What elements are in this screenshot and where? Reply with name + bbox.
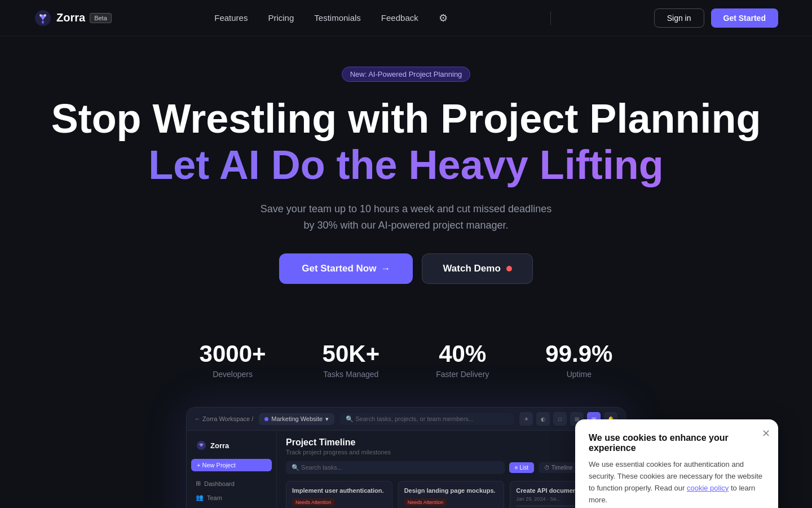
app-main-toolbar: 🔍 Search tasks... ≡ List ⏱ Timeline ⚡ Ga…	[286, 461, 616, 474]
dashboard-icon: ⊞	[196, 480, 201, 487]
sidebar-item-team[interactable]: 👥 Team	[191, 491, 272, 504]
stat-label-uptime: Uptime	[545, 370, 612, 379]
task-list: Implement user authentication. Needs Att…	[286, 481, 616, 508]
signin-button[interactable]: Sign in	[654, 8, 704, 28]
stats-section: 3000+ Developers 50K+ Tasks Managed 40% …	[0, 340, 812, 379]
app-body: Zorra + New Project ⊞ Dashboard 👥 Team 📄…	[187, 431, 625, 508]
sun-icon[interactable]: ☀	[519, 412, 533, 426]
watch-demo-button[interactable]: Watch Demo	[422, 253, 532, 284]
app-main-title: Project Timeline	[286, 437, 616, 448]
stat-uptime: 99.9% Uptime	[545, 340, 612, 379]
app-main-content: Project Timeline Track project progress …	[277, 431, 625, 508]
getstarted-nav-button[interactable]: Get Started	[711, 8, 778, 28]
beta-badge: Beta	[90, 13, 112, 23]
nav-feedback[interactable]: Feedback	[381, 13, 418, 23]
stat-delivery: 40% Faster Delivery	[436, 340, 489, 379]
app-search-bar[interactable]: 🔍 Search tasks, projects, or team member…	[340, 413, 514, 425]
nav-actions: Sign in Get Started	[654, 8, 778, 28]
stat-number-uptime: 99.9%	[545, 340, 612, 367]
sidebar-item-dashboard[interactable]: ⊞ Dashboard	[191, 477, 272, 490]
task-badge-0: Needs Attention	[292, 498, 335, 506]
sidebar-item-documents[interactable]: 📄 Documents	[191, 505, 272, 508]
moon-icon[interactable]: ◐	[536, 412, 550, 426]
nav-divider	[550, 11, 551, 25]
nav-testimonials[interactable]: Testimonials	[314, 13, 361, 23]
svg-point-2	[44, 14, 46, 16]
task-card-1: Design landing page mockups. Needs Atten…	[398, 481, 505, 508]
hero-section: New: AI-Powered Project Planning Stop Wr…	[0, 36, 812, 340]
tab-dot	[264, 417, 268, 421]
list-icon: ≡	[515, 465, 518, 471]
hero-title-line1: Stop Wrestling with Project Planning	[34, 98, 778, 141]
nav-pricing[interactable]: Pricing	[268, 13, 294, 23]
stat-number-tasks: 50K+	[323, 340, 380, 367]
nav-features[interactable]: Features	[214, 13, 248, 23]
monitor-icon[interactable]: □	[553, 412, 567, 426]
settings-icon[interactable]: ⚙	[439, 12, 448, 24]
app-tab-marketing[interactable]: Marketing Website ▾	[259, 413, 334, 425]
cookie-policy-link[interactable]: cookie policy	[687, 484, 729, 492]
task-title-0: Implement user authentication.	[292, 487, 386, 494]
stat-developers: 3000+ Developers	[200, 340, 266, 379]
sidebar-logo-icon	[196, 440, 207, 451]
task-search-box[interactable]: 🔍 Search tasks...	[286, 461, 505, 474]
task-title-1: Design landing page mockups.	[404, 487, 498, 494]
svg-point-1	[39, 14, 42, 16]
task-card-0: Implement user authentication. Needs Att…	[286, 481, 392, 508]
stat-number-developers: 3000+	[200, 340, 266, 367]
stat-tasks: 50K+ Tasks Managed	[323, 340, 380, 379]
team-icon: 👥	[196, 494, 204, 501]
stat-label-developers: Developers	[200, 370, 266, 379]
hero-buttons: Get Started Now → Watch Demo	[34, 253, 778, 284]
logo-text: Zorra	[56, 11, 85, 24]
navbar: Zorra Beta Features Pricing Testimonials…	[0, 0, 812, 36]
app-preview: ← Zorra Workspace / Marketing Website ▾ …	[186, 407, 626, 508]
logo-icon	[34, 9, 52, 27]
cookie-title: We use cookies to enhance your experienc…	[589, 433, 765, 453]
stat-label-delivery: Faster Delivery	[436, 370, 489, 379]
stat-label-tasks: Tasks Managed	[323, 370, 380, 379]
sidebar-new-project-button[interactable]: + New Project	[191, 459, 272, 471]
app-sidebar: Zorra + New Project ⊞ Dashboard 👥 Team 📄…	[187, 431, 277, 508]
app-main-subtitle: Track project progress and milestones	[286, 449, 616, 456]
sidebar-brand: Zorra	[191, 436, 272, 454]
hero-badge: New: AI-Powered Project Planning	[342, 67, 471, 82]
hero-subtitle: Save your team up to 10 hours a week and…	[34, 201, 778, 234]
cookie-body: We use essential cookies for authenticat…	[589, 459, 765, 506]
cookie-banner: ✕ We use cookies to enhance your experie…	[575, 419, 778, 508]
hero-title-line2: Let AI Do the Heavy Lifting	[34, 143, 778, 187]
nav-links: Features Pricing Testimonials Feedback ⚙	[214, 12, 447, 24]
logo[interactable]: Zorra Beta	[34, 9, 112, 27]
stat-number-delivery: 40%	[436, 340, 489, 367]
task-badge-1: Needs Attention	[404, 498, 447, 506]
view-list-button[interactable]: ≡ List	[509, 462, 534, 473]
app-topbar: ← Zorra Workspace / Marketing Website ▾ …	[187, 408, 625, 431]
timeline-icon: ⏱	[544, 465, 550, 471]
cookie-close-button[interactable]: ✕	[762, 427, 770, 440]
get-started-now-button[interactable]: Get Started Now →	[279, 253, 413, 284]
demo-dot	[506, 266, 512, 271]
app-topbar-breadcrumb: ← Zorra Workspace /	[195, 415, 253, 422]
view-timeline-button[interactable]: ⏱ Timeline	[539, 462, 578, 473]
